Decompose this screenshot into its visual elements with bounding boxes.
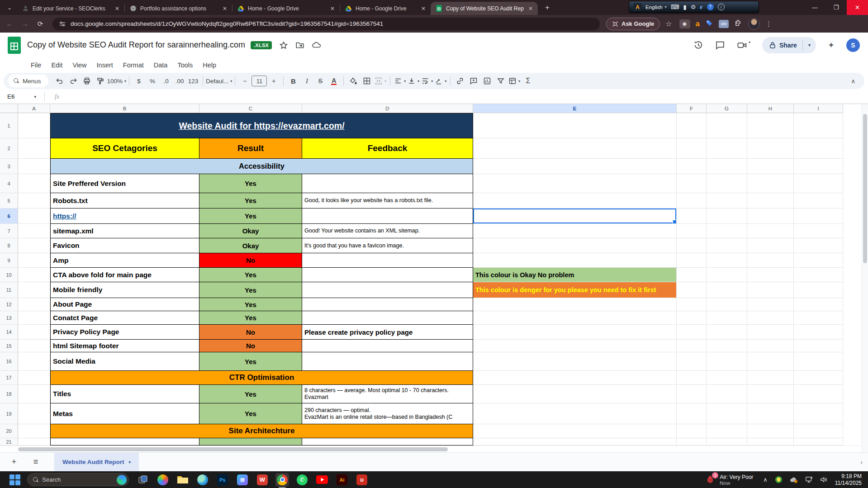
horizontal-align-icon[interactable]: ▾: [393, 75, 407, 87]
cell-C16[interactable]: Yes: [199, 352, 302, 371]
font-select[interactable]: Defaul...▾: [206, 75, 232, 87]
browser-tab-2[interactable]: Portfolio assistance options✕: [125, 2, 232, 15]
increase-decimal-icon[interactable]: .00: [173, 75, 186, 87]
cell-D10[interactable]: [302, 268, 473, 282]
cell-D4[interactable]: [302, 174, 473, 193]
cell-A13[interactable]: [18, 311, 50, 325]
cell-A2[interactable]: [18, 138, 50, 159]
cell-I17[interactable]: [794, 371, 843, 385]
column-header-G[interactable]: G: [707, 104, 747, 113]
strikethrough-icon[interactable]: S: [313, 75, 327, 87]
cell-H14[interactable]: [747, 325, 794, 340]
insert-link-icon[interactable]: [453, 75, 467, 87]
share-button[interactable]: Share ▾: [762, 37, 816, 53]
add-sheet-icon[interactable]: +: [6, 455, 22, 470]
language-settings-gear-icon[interactable]: ⚙: [691, 4, 696, 10]
functions-icon[interactable]: Σ: [521, 75, 535, 87]
task-view-icon[interactable]: [136, 473, 150, 487]
comments-icon[interactable]: [715, 40, 725, 50]
menu-tools[interactable]: Tools: [173, 60, 197, 71]
cell-H11[interactable]: [747, 282, 794, 298]
browser-tab-5[interactable]: Copy of Website SEO Audit Rep✕: [431, 2, 538, 15]
cell-C18[interactable]: Yes: [199, 385, 302, 403]
cell-G2[interactable]: [707, 138, 747, 159]
taskbar-clock[interactable]: 9:18 PM 11/14/2025: [835, 473, 862, 487]
menu-file[interactable]: File: [26, 60, 46, 71]
whatsapp-icon[interactable]: ✆: [295, 473, 309, 487]
bing-icon[interactable]: [117, 475, 127, 485]
insert-comment-icon[interactable]: [467, 75, 480, 87]
cell-E2[interactable]: [473, 138, 677, 159]
cell-F13[interactable]: [677, 311, 707, 325]
borders-icon[interactable]: [360, 75, 374, 87]
new-tab-button[interactable]: +: [541, 2, 553, 14]
cell-G11[interactable]: [707, 282, 747, 298]
cell-C13[interactable]: Yes: [199, 311, 302, 325]
row-header-4[interactable]: 4: [0, 174, 18, 193]
cell-G17[interactable]: [707, 371, 747, 385]
cell-B13[interactable]: Conatct Page: [50, 311, 199, 325]
cell-D19[interactable]: 290 characters — optimal. EvazMart is an…: [302, 403, 473, 424]
menus-search-button[interactable]: Menus: [8, 75, 48, 87]
vertical-scrollbar[interactable]: [862, 104, 868, 452]
cell-B16[interactable]: Social Media: [50, 352, 199, 371]
cell-A1[interactable]: [18, 113, 50, 138]
column-header-H[interactable]: H: [747, 104, 794, 113]
cell-B2[interactable]: SEO Cetagories: [50, 138, 199, 159]
cell-F15[interactable]: [677, 340, 707, 352]
close-button[interactable]: ✕: [847, 0, 868, 15]
document-title[interactable]: Copy of Website SEO Audit Report for sar…: [27, 40, 245, 50]
cell-H1[interactable]: [747, 113, 794, 138]
cell-E13[interactable]: [473, 311, 677, 325]
chrome-icon[interactable]: [275, 473, 289, 487]
cell-F20[interactable]: [677, 424, 707, 438]
cell-H17[interactable]: [747, 371, 794, 385]
cell-D18[interactable]: 8 characters — average. Most optimal 10 …: [302, 385, 473, 403]
photoshop-icon[interactable]: Ps: [216, 473, 229, 487]
tab-close-icon[interactable]: ✕: [329, 5, 336, 12]
table-view-icon[interactable]: ▾: [508, 75, 521, 87]
avro-keyboard-icon[interactable]: A: [634, 3, 641, 11]
cell-D14[interactable]: Please create privacy policy page: [302, 325, 473, 340]
cell-D15[interactable]: [302, 340, 473, 352]
cell-C9[interactable]: No: [199, 253, 302, 268]
cell-A14[interactable]: [18, 325, 50, 340]
cell-H16[interactable]: [747, 352, 794, 371]
illustrator-icon[interactable]: Ai: [335, 473, 349, 487]
cell-G12[interactable]: [707, 298, 747, 311]
row-header-14[interactable]: 14: [0, 325, 18, 340]
cell-H19[interactable]: [747, 403, 794, 424]
language-label[interactable]: English: [645, 5, 663, 10]
cell-H21[interactable]: [747, 438, 794, 445]
cell-F2[interactable]: [677, 138, 707, 159]
cell-C8[interactable]: Okay: [199, 238, 302, 253]
tray-chevron-icon[interactable]: ∧: [763, 476, 768, 483]
tab-close-icon[interactable]: ✕: [114, 5, 121, 12]
redo-icon[interactable]: [66, 75, 80, 87]
cell-G18[interactable]: [707, 385, 747, 403]
cell-F9[interactable]: [677, 253, 707, 268]
cell-E12[interactable]: [473, 298, 677, 311]
cell-H8[interactable]: [747, 238, 794, 253]
start-button-icon[interactable]: [9, 474, 21, 486]
cell-E19[interactable]: [473, 403, 677, 424]
menu-format[interactable]: Format: [119, 60, 148, 71]
merged-cell-B1[interactable]: Website Audit for https://evazmart.com/: [50, 113, 473, 138]
row-header-18[interactable]: 18: [0, 385, 18, 403]
cell-A19[interactable]: [18, 403, 50, 424]
ask-google-button[interactable]: Ask Google: [606, 18, 660, 30]
cell-D16[interactable]: [302, 352, 473, 371]
cell-E9[interactable]: [473, 253, 677, 268]
cell-F14[interactable]: [677, 325, 707, 340]
cell-A5[interactable]: [18, 193, 50, 208]
cell-E20[interactable]: [473, 424, 677, 438]
cell-I8[interactable]: [794, 238, 843, 253]
cell-E3[interactable]: [473, 159, 677, 174]
number-format-icon[interactable]: 123: [186, 75, 200, 87]
edge-icon[interactable]: [196, 473, 209, 487]
row-header-19[interactable]: 19: [0, 403, 18, 424]
cell-I20[interactable]: [794, 424, 843, 438]
language-bar[interactable]: A English ▾ ⌨ ▮ ⚙ e ? i: [629, 1, 759, 13]
cell-C7[interactable]: Okay: [199, 224, 302, 238]
cell-G1[interactable]: [707, 113, 747, 138]
